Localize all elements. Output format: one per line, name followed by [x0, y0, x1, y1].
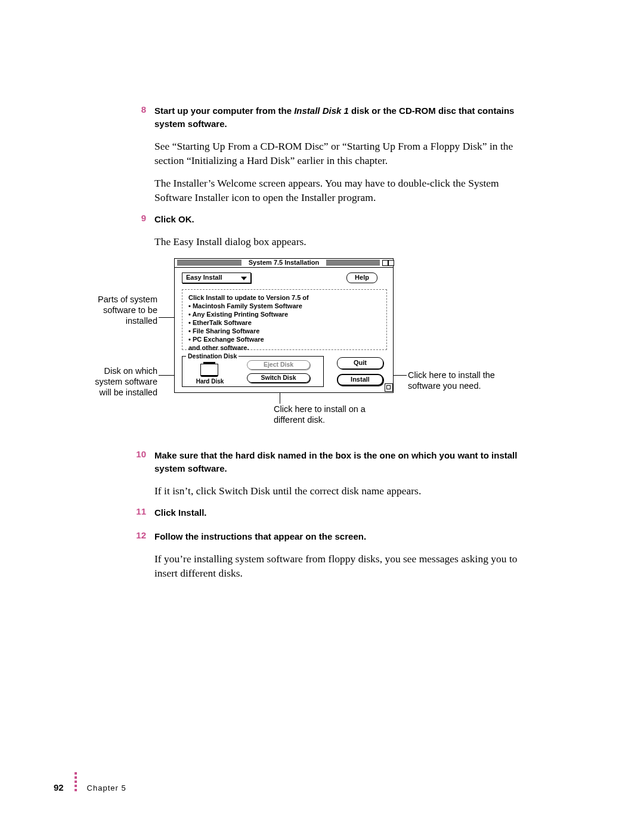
- destination-legend: Destination Disk: [186, 352, 239, 360]
- step-10: 10 Make sure that the hard disk named in…: [154, 449, 524, 498]
- step-11-heading: Click Install.: [154, 506, 524, 519]
- callout-software-parts: Parts of system software to be installed: [86, 294, 157, 326]
- installer-dialog: System 7.5 Installation Easy Install Hel…: [174, 258, 394, 393]
- dialog-body: Easy Install Help Click Install to updat…: [174, 268, 394, 393]
- step-8: 8 Start up your computer from the Instal…: [154, 104, 524, 205]
- hard-disk-icon: [200, 364, 218, 377]
- software-list-box: Click Install to update to Version 7.5 o…: [182, 289, 387, 350]
- step-12: 12 Follow the instructions that appear o…: [154, 530, 524, 580]
- software-item: • PC Exchange Software: [188, 335, 380, 343]
- callout-install-button: Click here to install the software you n…: [408, 370, 521, 391]
- eject-disk-button[interactable]: Eject Disk: [247, 360, 310, 370]
- software-intro: Click Install to update to Version 7.5 o…: [188, 293, 380, 302]
- installer-figure: Parts of system software to be installed…: [86, 258, 551, 431]
- step-11-number: 11: [127, 506, 146, 516]
- step-10-heading: Make sure that the hard disk named in th…: [154, 449, 524, 475]
- page-footer: 92 Chapter 5: [54, 772, 126, 792]
- step-8-number: 8: [127, 104, 146, 114]
- page-number: 92: [54, 782, 64, 792]
- step-9: 9 Click OK. The Easy Install dialog box …: [154, 213, 524, 249]
- dialog-titlebar: System 7.5 Installation: [174, 258, 394, 268]
- titlebar-stripes-icon: [177, 260, 242, 266]
- step-8-heading-before: Start up your computer from the: [154, 106, 294, 116]
- content-column: 8 Start up your computer from the Instal…: [154, 104, 524, 589]
- step-8-heading-italic: Install Disk 1: [294, 106, 349, 116]
- install-type-label: Easy Install: [186, 274, 222, 281]
- step-8-heading: Start up your computer from the Install …: [154, 104, 524, 131]
- step-12-heading: Follow the instructions that appear on t…: [154, 530, 524, 543]
- step-12-number: 12: [127, 530, 146, 540]
- step-11: 11 Click Install.: [154, 506, 524, 519]
- software-outro: and other software.: [188, 343, 380, 352]
- step-9-heading: Click OK.: [154, 213, 524, 226]
- install-button[interactable]: Install: [337, 374, 383, 386]
- callout-switch-disk: Click here to install on a different dis…: [274, 404, 393, 425]
- destination-disk-box: Destination Disk Hard Disk Eject Disk Sw…: [182, 356, 324, 387]
- step-12-para-1: If you’re installing system software fro…: [154, 552, 524, 580]
- software-item: • File Sharing Software: [188, 327, 380, 335]
- collapse-box-icon[interactable]: [388, 260, 394, 266]
- callout-destination-disk: Disk on which system software will be in…: [86, 366, 157, 398]
- step-10-number: 10: [127, 449, 146, 459]
- help-button[interactable]: Help: [346, 272, 377, 283]
- chevron-down-icon: [241, 277, 247, 280]
- step-8-para-2: The Installer’s Welcome screen appears. …: [154, 176, 524, 205]
- zoom-box-icon[interactable]: [382, 260, 388, 266]
- step-10-para-1: If it isn’t, click Switch Disk until the…: [154, 484, 524, 498]
- chapter-label: Chapter 5: [87, 784, 126, 792]
- page: 8 Start up your computer from the Instal…: [0, 0, 644, 833]
- switch-disk-button[interactable]: Switch Disk: [247, 373, 310, 383]
- quit-button[interactable]: Quit: [337, 357, 383, 369]
- software-item: • Macintosh Family System Software: [188, 302, 380, 310]
- software-item: • EtherTalk Software: [188, 318, 380, 327]
- step-8-para-1: See “Starting Up From a CD-ROM Disc” or …: [154, 139, 524, 168]
- step-9-para-1: The Easy Install dialog box appears.: [154, 234, 524, 249]
- software-item: • Any Existing Printing Software: [188, 310, 380, 318]
- titlebar-stripes-icon: [326, 260, 380, 266]
- dialog-title: System 7.5 Installation: [244, 259, 324, 266]
- footer-dot-ornament-icon: [75, 772, 78, 792]
- resize-box-icon[interactable]: [385, 383, 393, 392]
- install-type-popup[interactable]: Easy Install: [182, 272, 251, 283]
- disk-name-label: Hard Disk: [192, 378, 228, 385]
- step-9-number: 9: [127, 213, 146, 223]
